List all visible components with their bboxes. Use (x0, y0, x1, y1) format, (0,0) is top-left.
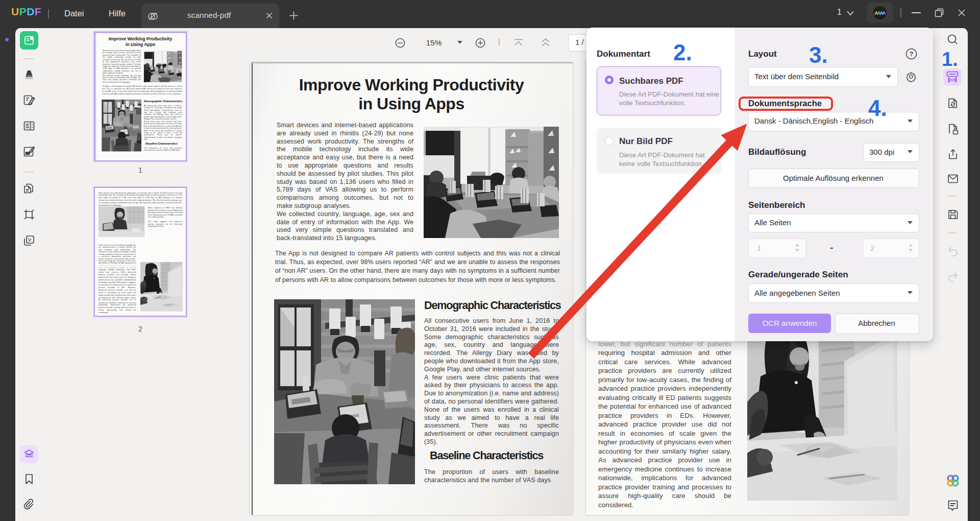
svg-text:?: ? (910, 50, 914, 58)
svg-text:OCR: OCR (948, 78, 957, 82)
